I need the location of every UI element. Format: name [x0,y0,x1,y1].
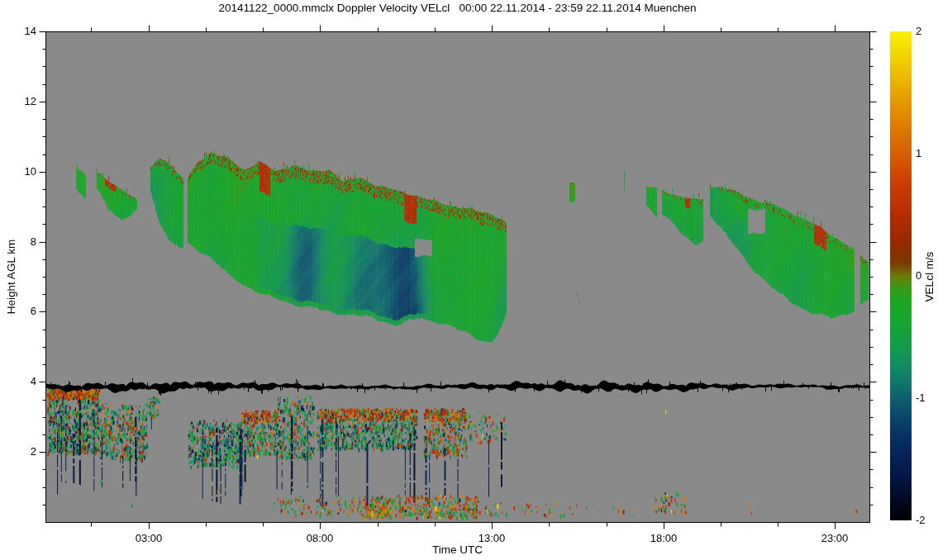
colorbar-tick-label-2: 2 [916,25,938,37]
x-tick-label-1300: 13:00 [467,532,517,544]
chart-title: 20141122_0000.mmclx Doppler Velocity VEL… [45,2,869,14]
doppler-velocity-plot-canvas [0,0,938,560]
y-tick-label-4: 4 [15,375,36,387]
y-tick-label-6: 6 [15,305,36,317]
doppler-velocity-figure: 20141122_0000.mmclx Doppler Velocity VEL… [0,0,938,560]
x-tick-label-2300: 23:00 [810,532,859,544]
x-axis-label: Time UTC [45,543,869,556]
y-tick-label-14: 14 [15,25,36,37]
y-tick-label-10: 10 [15,165,36,178]
colorbar-tick-label-1: 1 [916,147,938,159]
colorbar-tick-label--1: -1 [916,392,938,404]
colorbar-tick-label--2: -2 [916,514,938,526]
y-tick-label-12: 12 [15,95,36,107]
y-tick-label-8: 8 [15,235,36,248]
x-tick-label-0300: 03:00 [124,532,174,544]
x-tick-label-1800: 18:00 [639,532,688,544]
colorbar-tick-label-0: 0 [916,269,938,282]
x-tick-label-0800: 08:00 [295,532,345,544]
colorbar [890,31,912,520]
y-axis-label: Height AGL km [5,211,18,343]
y-tick-label-2: 2 [15,445,36,458]
